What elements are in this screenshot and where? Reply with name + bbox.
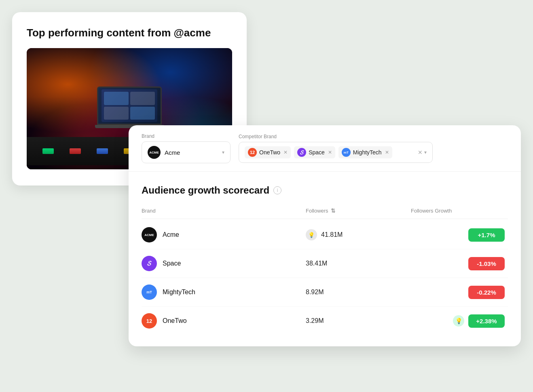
acme-row-name: Acme	[163, 231, 179, 238]
brand-cell-onetwo: 12 OneTwo	[142, 313, 306, 329]
space-tag-label: Space	[309, 149, 325, 156]
space-row-avatar: 𝓢	[142, 256, 157, 271]
th-followers-growth: Followers Growth	[411, 207, 508, 214]
followers-icon-onetwo: 💡	[453, 315, 464, 327]
sort-icon[interactable]: ⇅	[331, 207, 336, 214]
acme-followers-value: 41.81M	[321, 231, 343, 238]
growth-cell-acme: +1.7%	[411, 228, 508, 242]
table-row: ACME Acme 💡 41.81M +1.7%	[142, 221, 508, 249]
scorecard-content: Audience growth scorecard i Brand Follow…	[129, 172, 521, 346]
competitor-filter-group: Competitor Brand 12 OneTwo ✕ 𝓢 Space ✕ m…	[239, 134, 433, 163]
space-row-name: Space	[163, 260, 181, 267]
laptop-visual	[97, 86, 162, 127]
onetwo-tag-label: OneTwo	[259, 149, 280, 156]
mightytech-avatar-tag: mT	[342, 148, 351, 157]
scorecard-title-row: Audience growth scorecard i	[142, 185, 508, 196]
onetwo-row-name: OneTwo	[163, 317, 187, 325]
scene: Top performing content from @acme	[0, 0, 533, 392]
onetwo-remove-icon[interactable]: ✕	[283, 150, 288, 155]
info-icon[interactable]: i	[273, 186, 281, 194]
growth-cell-onetwo: 💡 +2.38%	[411, 314, 508, 328]
competitor-actions: ✕ ▾	[418, 149, 427, 156]
followers-cell-space: 38.41M	[306, 260, 411, 267]
competitor-chevron-icon: ▾	[424, 150, 427, 155]
competitor-tag-space: 𝓢 Space ✕	[294, 146, 335, 158]
mightytech-tag-label: MightyTech	[353, 149, 382, 156]
scorecard-card: Brand ACME Acme ▾ Competitor Brand 12 On…	[129, 125, 521, 346]
space-followers-value: 38.41M	[306, 260, 327, 267]
onetwo-avatar-tag: 12	[248, 148, 257, 157]
top-content-title: Top performing content from @acme	[27, 27, 232, 39]
mixer-key-blue	[97, 148, 108, 154]
clear-competitors-icon[interactable]: ✕	[418, 149, 423, 156]
table-header: Brand Followers ⇅ Followers Growth	[142, 207, 508, 219]
mixer-key-red	[70, 148, 81, 154]
onetwo-followers-value: 3.29M	[306, 317, 324, 325]
table-row: 𝓢 Space 38.41M -1.03%	[142, 249, 508, 278]
brand-select-name: Acme	[165, 149, 218, 156]
competitor-filter-label: Competitor Brand	[239, 134, 433, 139]
space-avatar-tag: 𝓢	[297, 148, 306, 157]
space-remove-icon[interactable]: ✕	[328, 150, 332, 155]
followers-icon-acme: 💡	[306, 229, 317, 240]
brand-filter-group: Brand ACME Acme ▾	[142, 133, 231, 163]
followers-cell-onetwo: 3.29M	[306, 317, 411, 325]
mightytech-row-name: MightyTech	[163, 289, 195, 296]
followers-cell-mightytech: 8.92M	[306, 289, 411, 296]
mightytech-growth-badge: -0.22%	[468, 286, 505, 299]
brand-cell-acme: ACME Acme	[142, 227, 306, 242]
mightytech-remove-icon[interactable]: ✕	[385, 150, 389, 155]
chevron-down-icon: ▾	[222, 150, 224, 155]
competitor-tag-mightytech: mT MightyTech ✕	[338, 146, 392, 158]
competitor-tag-onetwo: 12 OneTwo ✕	[245, 146, 291, 158]
acme-row-avatar: ACME	[142, 227, 157, 242]
mightytech-followers-value: 8.92M	[306, 289, 324, 296]
acme-growth-badge: +1.7%	[468, 228, 505, 242]
brand-cell-space: 𝓢 Space	[142, 256, 306, 271]
onetwo-growth-badge: +2.38%	[468, 314, 505, 328]
mixer-key-green	[42, 148, 54, 154]
filter-bar: Brand ACME Acme ▾ Competitor Brand 12 On…	[129, 125, 521, 172]
mightytech-row-avatar: mT	[142, 285, 157, 300]
acme-avatar: ACME	[148, 146, 161, 159]
scorecard-title: Audience growth scorecard	[142, 185, 269, 196]
growth-cell-mightytech: -0.22%	[411, 286, 508, 299]
brand-cell-mightytech: mT MightyTech	[142, 285, 306, 300]
onetwo-row-avatar: 12	[142, 313, 157, 329]
table-row: 12 OneTwo 3.29M 💡 +2.38%	[142, 307, 508, 335]
table-row: mT MightyTech 8.92M -0.22%	[142, 278, 508, 307]
th-brand: Brand	[142, 207, 306, 214]
growth-cell-space: -1.03%	[411, 257, 508, 270]
competitor-select[interactable]: 12 OneTwo ✕ 𝓢 Space ✕ mT MightyTech ✕	[239, 142, 433, 163]
brand-select[interactable]: ACME Acme ▾	[142, 141, 231, 163]
th-followers: Followers ⇅	[306, 207, 411, 214]
followers-cell-acme: 💡 41.81M	[306, 229, 411, 240]
space-growth-badge: -1.03%	[468, 257, 505, 270]
brand-filter-label: Brand	[142, 133, 231, 139]
